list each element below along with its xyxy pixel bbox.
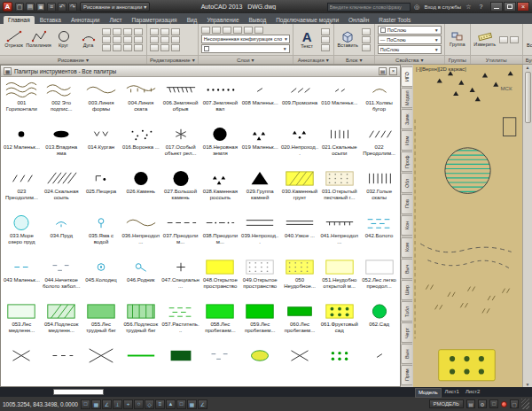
drafting-toggle-icon[interactable]: ⊥	[113, 399, 122, 409]
palette-item[interactable]: 033.Море озеро пруд	[2, 210, 42, 254]
ribbon-tab[interactable]: Raster Tools	[374, 16, 415, 24]
lock-icon[interactable]: □	[489, 399, 498, 408]
annotation-scale-icon[interactable]: ▤	[466, 399, 475, 408]
palette-item[interactable]: 011.Холмы бугор	[359, 77, 399, 121]
drafting-toggle-icon[interactable]: □	[176, 399, 186, 409]
palette-item[interactable]: 037.Преодолим...	[160, 210, 200, 254]
palette-tab[interactable]: Обл	[401, 173, 412, 193]
linetype-combo[interactable]: — ПоСлою ▼	[378, 35, 442, 44]
drafting-toggle-icon[interactable]: ○	[134, 399, 144, 409]
ribbon-tab[interactable]: Главная	[4, 16, 35, 24]
maximize-button[interactable]	[504, 2, 516, 12]
mini-tool-icon[interactable]	[201, 27, 210, 34]
paste-button[interactable]: Вставить	[526, 30, 532, 49]
mini-tool-icon[interactable]	[150, 28, 159, 35]
mini-tool-icon[interactable]	[223, 27, 231, 34]
palette-item[interactable]: 026.Камень	[121, 166, 160, 210]
palette-item[interactable]: 029.Группа камней	[240, 166, 280, 210]
palette-properties-icon[interactable]: ▤	[379, 67, 387, 75]
mini-tool-icon[interactable]	[102, 28, 111, 35]
palette-item[interactable]: 018.Неровная земля	[200, 121, 240, 166]
palette-item[interactable]: 021.Скальные осыпи	[319, 121, 359, 166]
resize-grip[interactable]	[521, 399, 529, 409]
layout-tab[interactable]: Лист2	[463, 388, 482, 398]
palette-item[interactable]: 031.Открытый песчаный г...	[319, 166, 359, 210]
palette-tab[interactable]: Кон	[401, 215, 412, 236]
text-button[interactable]: А Текст	[296, 30, 318, 50]
palette-item[interactable]: 053.Лес медленн...	[2, 299, 42, 343]
panel-label-groups[interactable]: Группы	[445, 55, 470, 64]
ribbon-tab[interactable]: Вывод	[245, 16, 271, 24]
palette-item[interactable]	[121, 343, 160, 386]
palette-item[interactable]: 024.Скальная осыпь	[42, 166, 82, 210]
palette-item[interactable]: 062.Сад	[359, 299, 399, 343]
palette-tab[interactable]: Проф	[401, 151, 412, 172]
mini-tool-icon[interactable]	[160, 36, 169, 43]
palette-item[interactable]: 040.Узкое ...	[280, 210, 320, 254]
ribbon-tab[interactable]: Параметризация	[128, 16, 182, 24]
palette-item[interactable]: 004.Линия ската	[121, 77, 160, 121]
mini-tool-icon[interactable]	[244, 27, 253, 34]
mini-tool-icon[interactable]	[160, 28, 169, 35]
palette-item[interactable]: 046.Родник	[121, 254, 160, 299]
favorites-star-icon[interactable]: ☆	[464, 2, 473, 12]
palette-item[interactable]: 056.Подлесок трудный бег	[121, 299, 160, 343]
panel-label-clipboard[interactable]: Буфер обмена	[523, 55, 532, 64]
palette-tab[interactable]: Черт	[401, 322, 412, 343]
panel-label-properties[interactable]: Свойства ▾	[375, 55, 444, 64]
redo-icon[interactable]: ↷	[68, 3, 77, 12]
mini-tool-icon[interactable]	[362, 36, 371, 43]
ribbon-tab[interactable]: Управление	[202, 16, 243, 24]
panel-label-block[interactable]: Блок ▾	[334, 55, 374, 64]
help-icon[interactable]: ?	[476, 2, 486, 12]
mini-tool-icon[interactable]	[134, 44, 143, 51]
palette-item[interactable]: 002 Это подпис...	[42, 77, 82, 121]
mini-tool-icon[interactable]	[510, 36, 519, 43]
palette-item[interactable]: 010 Маленьк...	[319, 77, 359, 121]
mini-tool-icon[interactable]	[102, 36, 111, 43]
palette-item[interactable]: 044.Нечеткое болото забол...	[42, 254, 82, 299]
palette-item[interactable]: 016.Воронка ...	[121, 121, 160, 166]
model-space-button[interactable]: РМОДЕЛЬ	[429, 399, 464, 408]
signin-label[interactable]: Вход в службы	[425, 4, 462, 10]
palette-tab[interactable]: Шер	[401, 280, 412, 300]
palette-item[interactable]: 012 Маленьк...	[2, 121, 42, 166]
workspace-switcher[interactable]: Рисование и аннотации ▾	[80, 2, 150, 12]
palette-item[interactable]: 001 Горизонтали	[2, 77, 42, 121]
drafting-toggle-icon[interactable]: +	[123, 399, 133, 409]
arc-button[interactable]: Дуга	[77, 30, 99, 49]
mini-tool-icon[interactable]	[321, 28, 330, 35]
palette-item[interactable]: 028.Каменная россыпь	[200, 166, 240, 210]
palette-item[interactable]: 025.Пещера	[82, 166, 121, 210]
mini-tool-icon[interactable]	[321, 36, 330, 43]
palette-tab[interactable]: Изм	[401, 130, 412, 151]
insert-block-button[interactable]: Вставить	[337, 30, 359, 49]
mini-tool-icon[interactable]	[171, 44, 180, 51]
ribbon-tab[interactable]: Аннотации	[66, 16, 105, 24]
panel-label-annotation[interactable]: Аннотация ▾	[293, 55, 333, 64]
palette-item[interactable]: 032.Голые скалы	[359, 166, 399, 210]
color-combo[interactable]: ПоСлою ▼	[378, 26, 442, 35]
palette-tab[interactable]: Табл	[401, 301, 412, 322]
palette-item[interactable]: 008 Маленьк...	[240, 77, 280, 121]
mini-tool-icon[interactable]	[362, 44, 371, 51]
palette-item[interactable]: 013.Впадина яма	[42, 121, 82, 166]
panel-label-modify[interactable]: Редактирование ▾	[147, 55, 198, 64]
mini-tool-icon[interactable]	[254, 27, 263, 34]
drafting-toggle-icon[interactable]: ∠	[102, 399, 112, 409]
palette-item[interactable]: 020.Непроход...	[280, 121, 320, 166]
panel-label-layers[interactable]: Слои ▾	[199, 55, 293, 64]
layer-combo[interactable]: ▼	[201, 44, 290, 53]
polyline-button[interactable]: Полилиния	[27, 30, 50, 49]
palette-item[interactable]: 009.Промоина	[280, 77, 320, 121]
drafting-toggle-icon[interactable]: ▦	[91, 399, 101, 409]
palette-item[interactable]: 045.Колодец	[82, 254, 121, 299]
palette-tab[interactable]: Выч	[401, 259, 412, 279]
line-button[interactable]: Отрезок	[3, 30, 25, 49]
palette-item[interactable]: 055.Лес трудный бег	[82, 299, 121, 343]
palette-item[interactable]: 023 Преодолим...	[2, 166, 42, 210]
palette-item[interactable]: 043 Маленьк...	[2, 254, 42, 299]
lineweight-combo[interactable]: ПоСлою ▼	[378, 45, 442, 54]
palette-item[interactable]: 052.Лес легко преодол...	[359, 254, 399, 299]
search-icon[interactable]: ◎	[412, 2, 422, 12]
